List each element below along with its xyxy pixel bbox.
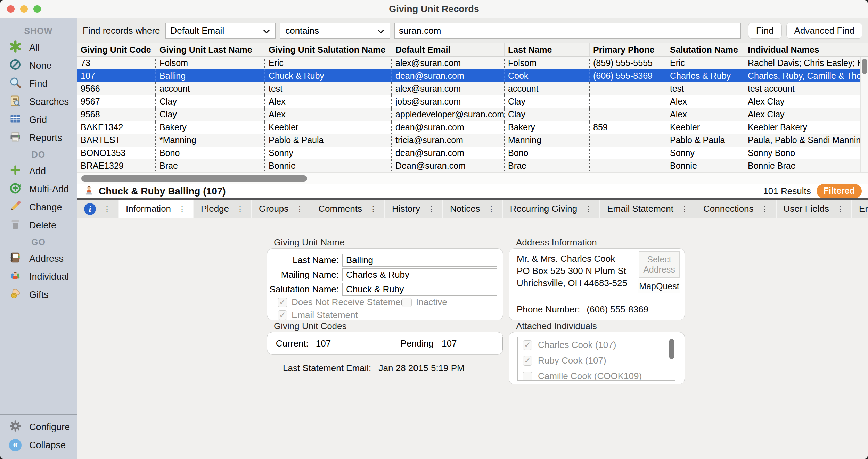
current-code-field[interactable] bbox=[312, 337, 376, 350]
tab-menu-icon[interactable]: ⋮ bbox=[487, 204, 496, 214]
table-cell bbox=[590, 95, 666, 108]
vertical-scrollbar-thumb[interactable] bbox=[862, 59, 867, 74]
sidebar-item-address[interactable]: Address bbox=[0, 250, 77, 268]
sidebar-item-add[interactable]: Add bbox=[0, 162, 77, 180]
last-name-field[interactable] bbox=[342, 254, 497, 267]
sidebar-item-reports[interactable]: Reports bbox=[0, 129, 77, 147]
horizontal-scrollbar-thumb[interactable] bbox=[81, 175, 307, 182]
tab-engage[interactable]: Engage⋮ bbox=[852, 200, 868, 218]
list-item[interactable]: ✓ Charles Cook (107) bbox=[518, 337, 675, 353]
table-cell: 9567 bbox=[77, 95, 156, 108]
individual-checkbox bbox=[523, 372, 532, 381]
results-count: 101 Results bbox=[763, 186, 811, 197]
table-cell: Brae bbox=[156, 159, 265, 172]
pending-code-field[interactable] bbox=[438, 337, 503, 350]
table-cell: test bbox=[265, 82, 392, 95]
table-cell: Charles, Ruby, Camille & Thom bbox=[744, 69, 868, 82]
sidebar: SHOW All None Find Searches Grid bbox=[0, 18, 77, 459]
table-row[interactable]: BAKE1342BakeryKeeblerdean@suran.comBaker… bbox=[77, 121, 868, 134]
mailing-name-field[interactable] bbox=[342, 268, 497, 281]
tab-email-statement[interactable]: Email Statement⋮ bbox=[600, 200, 696, 218]
sidebar-item-all[interactable]: All bbox=[0, 39, 77, 57]
table-row[interactable]: BONO1353BonoSonnydean@suran.comBonoSonny… bbox=[77, 147, 868, 159]
table-cell: 9566 bbox=[77, 82, 156, 95]
column-header[interactable]: Giving Unit Salutation Name bbox=[265, 43, 392, 56]
tab-comments[interactable]: Comments⋮ bbox=[311, 200, 385, 218]
field-select[interactable]: Default Email bbox=[165, 23, 276, 39]
tab-menu-icon[interactable]: ⋮ bbox=[836, 204, 844, 214]
table-row[interactable]: BARTEST*ManningPablo & Paulatricia@suran… bbox=[77, 134, 868, 147]
sidebar-item-none[interactable]: None bbox=[0, 57, 77, 75]
column-header[interactable]: Giving Unit Last Name bbox=[156, 43, 265, 56]
tab-information[interactable]: Information⋮ bbox=[119, 200, 194, 218]
column-header[interactable]: Primary Phone bbox=[590, 43, 666, 56]
list-item[interactable]: ✓ Ruby Cook (107) bbox=[518, 353, 675, 368]
tab-menu-icon[interactable]: ⋮ bbox=[236, 204, 244, 214]
filtered-badge[interactable]: Filtered bbox=[817, 184, 862, 198]
list-scrollbar-thumb[interactable] bbox=[669, 339, 674, 359]
horizontal-scrollbar[interactable] bbox=[77, 172, 868, 184]
attached-individuals-section-label: Attached Individuals bbox=[516, 321, 597, 332]
tab-user-fields[interactable]: User Fields⋮ bbox=[777, 200, 852, 218]
sidebar-item-delete[interactable]: Delete bbox=[0, 216, 77, 234]
tab-menu-icon[interactable]: ⋮ bbox=[584, 204, 592, 214]
tab-history[interactable]: History⋮ bbox=[385, 200, 443, 218]
table-cell: Chuck & Ruby bbox=[265, 69, 392, 82]
sidebar-item-configure[interactable]: Configure bbox=[0, 418, 77, 436]
inactive-label: Inactive bbox=[416, 297, 447, 308]
salutation-name-field[interactable] bbox=[342, 283, 497, 296]
zoom-button[interactable] bbox=[33, 5, 41, 13]
table-cell: Keebler bbox=[265, 121, 392, 134]
table-cell: (606) 555-8369 bbox=[590, 69, 666, 82]
vertical-scrollbar[interactable] bbox=[860, 57, 868, 172]
table-row[interactable]: 9566accounttestalex@suran.comaccounttest… bbox=[77, 82, 868, 95]
table-header: Giving Unit Code^ Giving Unit Last Name … bbox=[77, 43, 868, 57]
operator-select[interactable]: contains bbox=[280, 23, 390, 39]
table-cell: Folsom bbox=[505, 57, 590, 69]
sidebar-item-grid[interactable]: Grid bbox=[0, 111, 77, 129]
multi-add-icon bbox=[9, 182, 22, 197]
list-scrollbar[interactable] bbox=[668, 337, 675, 380]
table-cell bbox=[590, 82, 666, 95]
sidebar-item-change[interactable]: Change bbox=[0, 198, 77, 216]
tab-menu-icon[interactable]: ⋮ bbox=[295, 204, 304, 214]
minimize-button[interactable] bbox=[20, 5, 28, 13]
tab-pledge[interactable]: Pledge⋮ bbox=[194, 200, 252, 218]
sidebar-item-searches[interactable]: Searches bbox=[0, 93, 77, 111]
table-row[interactable]: BRAE1329BraeBonnieDean@suran.comBraeBonn… bbox=[77, 159, 868, 172]
table-row[interactable]: 73FolsomEricalex@suran.comFolsom(859) 55… bbox=[77, 57, 868, 69]
attached-individuals-box: ✓ Charles Cook (107) ✓ Ruby Cook (107) C… bbox=[509, 332, 685, 384]
list-item[interactable]: Camille Cook (COOK109) bbox=[518, 368, 675, 381]
tab-menu-icon[interactable]: ⋮ bbox=[369, 204, 377, 214]
tab-menu-icon[interactable]: ⋮ bbox=[761, 204, 769, 214]
column-header[interactable]: Default Email bbox=[392, 43, 505, 56]
tab-menu-icon[interactable]: ⋮ bbox=[103, 204, 111, 214]
tab-connections[interactable]: Connections⋮ bbox=[696, 200, 777, 218]
advanced-find-button[interactable]: Advanced Find bbox=[786, 23, 862, 39]
find-button[interactable]: Find bbox=[748, 23, 782, 39]
sidebar-item-gifts[interactable]: Gifts bbox=[0, 286, 77, 304]
tab-menu-icon[interactable]: ⋮ bbox=[178, 204, 186, 214]
sidebar-item-find[interactable]: Find bbox=[0, 75, 77, 93]
column-header[interactable]: Last Name bbox=[505, 43, 590, 56]
column-header[interactable]: Salutation Name bbox=[666, 43, 744, 56]
app-window: Giving Unit Records SHOW All None Find bbox=[0, 0, 868, 459]
tab-recurring-giving[interactable]: Recurring Giving⋮ bbox=[503, 200, 600, 218]
table-row[interactable]: 9568ClayAlexappledeveloper@suran.comClay… bbox=[77, 108, 868, 121]
tab-menu-icon[interactable]: ⋮ bbox=[427, 204, 435, 214]
tab-notices[interactable]: Notices⋮ bbox=[443, 200, 503, 218]
sidebar-item-individual[interactable]: Individual bbox=[0, 268, 77, 286]
table-row-selected[interactable]: 107BallingChuck & Rubydean@suran.comCook… bbox=[77, 69, 868, 82]
table-cell: test bbox=[666, 82, 744, 95]
column-header[interactable]: Individual Names bbox=[744, 43, 868, 56]
sidebar-item-multi-add[interactable]: Multi-Add bbox=[0, 180, 77, 198]
tab-info[interactable]: i⋮ bbox=[77, 200, 119, 218]
table-row[interactable]: 9567ClayAlexjobs@suran.comClayAlexAlex C… bbox=[77, 95, 868, 108]
tab-groups[interactable]: Groups⋮ bbox=[252, 200, 311, 218]
sidebar-item-collapse[interactable]: « Collapse bbox=[0, 436, 77, 454]
close-button[interactable] bbox=[7, 5, 15, 13]
search-input[interactable] bbox=[394, 23, 741, 39]
mapquest-button[interactable]: MapQuest bbox=[638, 279, 680, 293]
tab-menu-icon[interactable]: ⋮ bbox=[680, 204, 689, 214]
column-header[interactable]: Giving Unit Code^ bbox=[77, 43, 156, 56]
